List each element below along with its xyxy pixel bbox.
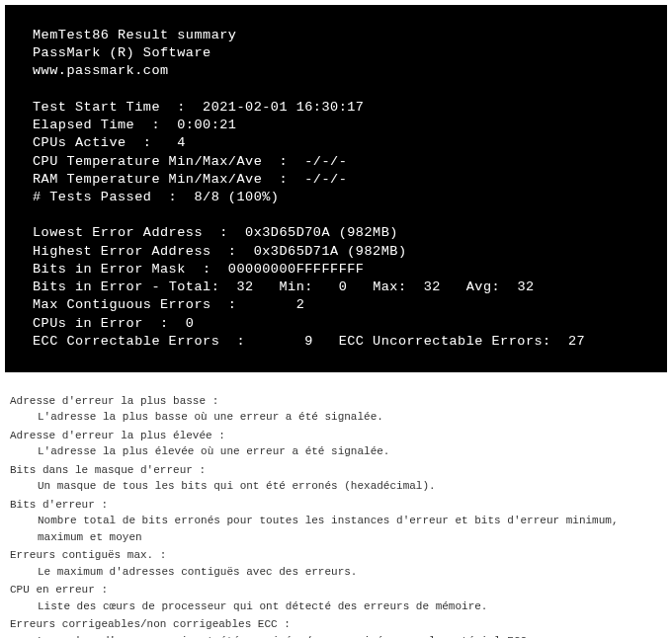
label-bits-avg: Avg — [466, 279, 492, 294]
value-elapsed: 0:00:21 — [177, 118, 236, 132]
definition-description: L'adresse la plus basse où une erreur a … — [10, 409, 662, 426]
value-ram-temp: -/-/- — [304, 172, 347, 187]
value-tests-passed: 8/8 (100%) — [194, 190, 279, 204]
definition-term: Adresse d'erreur la plus basse : — [10, 393, 662, 410]
definition-term: Erreurs contiguës max. : — [10, 547, 662, 564]
definition-item: CPU en erreur :Liste des cœurs de proces… — [10, 582, 662, 614]
label-tests-passed: # Tests Passed — [33, 190, 151, 204]
definition-description: Le maximum d'adresses contiguës avec des… — [10, 564, 662, 581]
definition-term: CPU en erreur : — [10, 582, 662, 598]
value-bits-mask: 00000000FFFFFFFF — [228, 262, 365, 277]
value-cpus-active: 4 — [177, 135, 186, 150]
definition-description: Le nombre d'erreurs qui ont été corrigée… — [10, 633, 662, 638]
definition-item: Erreurs contiguës max. :Le maximum d'adr… — [10, 547, 662, 580]
definition-term: Bits d'erreur : — [10, 497, 662, 514]
definition-description: Un masque de tous les bits qui ont été e… — [10, 478, 662, 495]
value-bits-avg: 32 — [517, 279, 534, 294]
definition-item: Erreurs corrigeables/non corrigeables EC… — [10, 616, 662, 638]
label-max-contig: Max Contiguous Errors — [33, 297, 211, 312]
value-bits-max: 32 — [424, 279, 441, 294]
value-cpus-err: 0 — [186, 316, 195, 331]
value-highest-err: 0x3D65D71A (982MB) — [254, 244, 407, 259]
label-bits-in-error: Bits in Error — [33, 279, 143, 294]
value-lowest-err: 0x3D65D70A (982MB) — [245, 225, 398, 240]
label-highest-err: Highest Error Address — [33, 244, 211, 259]
definition-description: Nombre total de bits erronés pour toutes… — [10, 513, 662, 545]
value-bits-total: 32 — [236, 279, 253, 294]
vendor-line: PassMark (R) Software — [33, 45, 211, 60]
label-test-start: Test Start Time — [33, 100, 160, 115]
value-test-start: 2021-02-01 16:30:17 — [203, 100, 364, 115]
url-line: www.passmark.com — [33, 63, 169, 78]
label-ecc-corr: ECC Correctable Errors — [33, 334, 219, 349]
value-cpu-temp: -/-/- — [304, 154, 347, 169]
definition-item: Adresse d'erreur la plus basse :L'adress… — [10, 393, 662, 426]
value-bits-min: 0 — [339, 279, 348, 294]
definition-term: Erreurs corrigeables/non corrigeables EC… — [10, 616, 662, 633]
label-bits-total: Total — [169, 279, 211, 294]
terminal-output: MemTest86 Result summary PassMark (R) So… — [5, 5, 667, 372]
definition-term: Bits dans le masque d'erreur : — [10, 462, 662, 479]
label-elapsed: Elapsed Time — [33, 118, 134, 132]
label-cpus-active: CPUs Active — [33, 135, 126, 150]
definition-description: Liste des cœurs de processeur qui ont dé… — [10, 598, 662, 615]
definition-item: Bits dans le masque d'erreur :Un masque … — [10, 462, 662, 495]
title-line: MemTest86 Result summary — [33, 28, 236, 42]
label-cpus-err: CPUs in Error — [33, 316, 143, 331]
definition-item: Adresse d'erreur la plus élevée :L'adres… — [10, 428, 662, 460]
definitions-list: Adresse d'erreur la plus basse :L'adress… — [0, 377, 672, 638]
label-ram-temp: RAM Temperature Min/Max/Ave — [33, 172, 262, 187]
value-ecc-uncorr: 27 — [568, 334, 585, 349]
label-lowest-err: Lowest Error Address — [33, 225, 203, 240]
definition-item: Bits d'erreur :Nombre total de bits erro… — [10, 497, 662, 546]
label-bits-min: Min — [279, 279, 304, 294]
value-ecc-corr: 9 — [304, 334, 313, 349]
label-bits-mask: Bits in Error Mask — [33, 262, 186, 277]
label-bits-max: Max — [373, 279, 398, 294]
definition-term: Adresse d'erreur la plus élevée : — [10, 428, 662, 444]
label-ecc-uncorr: ECC Uncorrectable Errors — [339, 334, 543, 349]
value-max-contig: 2 — [296, 297, 305, 312]
label-cpu-temp: CPU Temperature Min/Max/Ave — [33, 154, 262, 169]
definition-description: L'adresse la plus élevée où une erreur a… — [10, 443, 662, 460]
